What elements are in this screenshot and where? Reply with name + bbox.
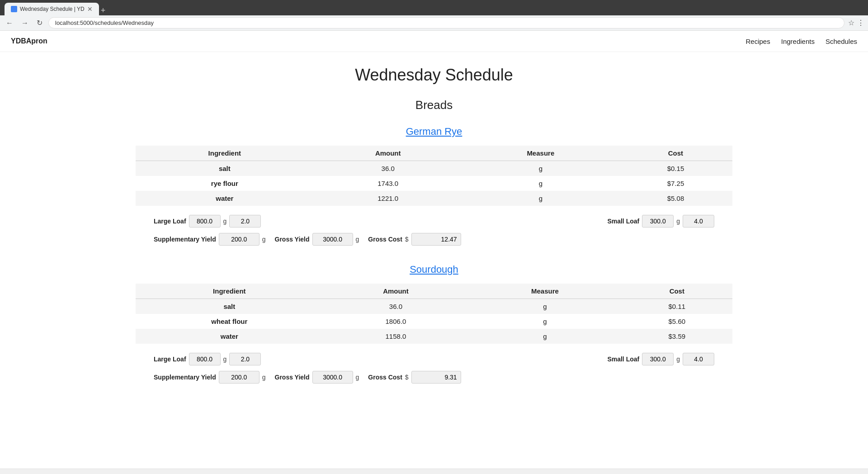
table-row: salt 36.0 g $0.15 [136,161,732,176]
gross-yield-input[interactable] [312,233,353,246]
gross-cost-input-sourdough[interactable] [411,371,461,384]
supplementary-yield-label: Supplementary Yield [154,236,216,243]
ingredient-cost: $5.60 [622,314,732,329]
small-loaf-group-sourdough: Small Loaf g [607,353,714,365]
small-loaf-group: Small Loaf g [607,215,714,228]
col-header-measure-1: Measure [468,284,621,299]
new-tab-button[interactable]: + [101,6,106,15]
loaf-row-german-rye: Large Loaf g Small Loaf g [136,215,732,228]
large-loaf-count-input-sourdough[interactable] [229,353,261,365]
gross-cost-currency-sourdough: $ [405,374,409,381]
large-loaf-label-sourdough: Large Loaf [154,356,186,363]
ingredient-amount: 1806.0 [323,314,469,329]
address-bar-row: ← → ↻ localhost:5000/schedules/Wednesday… [0,15,868,31]
recipe-title-sourdough[interactable]: Sourdough [136,264,732,275]
page-title: Wednesday Schedule [136,66,732,85]
recipe-block-german-rye: German Rye Ingredient Amount Measure Cos… [136,126,732,246]
supplementary-yield-group: Supplementary Yield g [154,233,266,246]
nav-link-recipes[interactable]: Recipes [746,38,770,45]
gross-yield-input-sourdough[interactable] [312,371,353,384]
supplementary-yield-input-sourdough[interactable] [219,371,259,384]
recipe-title-german-rye[interactable]: German Rye [136,126,732,137]
table-row: salt 36.0 g $0.11 [136,299,732,314]
gross-cost-input[interactable] [411,233,461,246]
ingredient-amount: 1221.0 [314,191,462,206]
large-loaf-unit-sourdough: g [223,356,227,363]
nav-link-ingredients[interactable]: Ingredients [781,38,815,45]
tab-favicon [11,6,17,12]
forward-button[interactable]: → [19,18,31,28]
gross-yield-group-sourdough: Gross Yield g [275,371,359,384]
small-loaf-unit-sourdough: g [676,356,680,363]
small-loaf-weight-input[interactable] [642,215,674,228]
tab-close-button[interactable]: ✕ [87,5,93,13]
supplementary-yield-label-sourdough: Supplementary Yield [154,374,216,381]
ingredient-name: wheat flour [136,314,323,329]
url-text: localhost:5000/schedules/Wednesday [55,19,154,26]
active-tab[interactable]: Wednesday Schedule | YD ✕ [5,3,99,15]
ingredient-cost: $5.08 [619,191,732,206]
gross-yield-group: Gross Yield g [275,233,359,246]
app-nav: YDBApron Recipes Ingredients Schedules [0,31,868,52]
gross-yield-label-sourdough: Gross Yield [275,374,310,381]
yield-row-german-rye: Supplementary Yield g Gross Yield g Gros… [136,233,732,246]
supplementary-yield-input[interactable] [219,233,259,246]
ingredient-amount: 1158.0 [323,329,469,344]
ingredient-name: rye flour [136,176,314,191]
bookmark-icon[interactable]: ☆ [848,19,854,27]
back-button[interactable]: ← [4,18,15,28]
ingredient-measure: g [462,161,619,176]
reload-button[interactable]: ↻ [34,18,45,28]
main-content: Wednesday Schedule Breads German Rye Ing… [118,52,750,415]
loaf-row-sourdough: Large Loaf g Small Loaf g [136,353,732,365]
gross-cost-label: Gross Cost [368,236,402,243]
recipe-block-sourdough: Sourdough Ingredient Amount Measure Cost… [136,264,732,384]
address-bar[interactable]: localhost:5000/schedules/Wednesday [48,17,844,28]
ingredient-measure: g [462,176,619,191]
ingredient-measure: g [468,314,621,329]
table-row: rye flour 1743.0 g $7.25 [136,176,732,191]
col-header-cost-0: Cost [619,146,732,161]
table-row: water 1158.0 g $3.59 [136,329,732,344]
large-loaf-count-input[interactable] [229,215,261,228]
ingredient-name: salt [136,161,314,176]
small-loaf-label-sourdough: Small Loaf [607,356,639,363]
app-brand[interactable]: YDBApron [11,37,47,45]
large-loaf-label: Large Loaf [154,218,186,225]
nav-link-schedules[interactable]: Schedules [826,38,857,45]
ingredient-measure: g [468,299,621,314]
ingredients-table-german-rye: Ingredient Amount Measure Cost salt 36.0… [136,146,732,206]
ingredient-measure: g [468,329,621,344]
gross-cost-label-sourdough: Gross Cost [368,374,402,381]
large-loaf-weight-input[interactable] [189,215,221,228]
ingredients-table-sourdough: Ingredient Amount Measure Cost salt 36.0… [136,284,732,344]
large-loaf-unit: g [223,218,227,225]
small-loaf-weight-input-sourdough[interactable] [642,353,674,365]
ingredient-amount: 36.0 [323,299,469,314]
small-loaf-unit: g [676,218,680,225]
gross-yield-unit-sourdough: g [356,374,359,381]
ingredient-cost: $3.59 [622,329,732,344]
tab-title: Wednesday Schedule | YD [20,6,85,12]
large-loaf-weight-input-sourdough[interactable] [189,353,221,365]
ingredient-name: water [136,329,323,344]
table-row: wheat flour 1806.0 g $5.60 [136,314,732,329]
ingredient-amount: 36.0 [314,161,462,176]
col-header-ingredient-0: Ingredient [136,146,314,161]
gross-yield-unit: g [356,236,359,243]
col-header-amount-0: Amount [314,146,462,161]
ingredient-name: water [136,191,314,206]
section-title: Breads [136,98,732,112]
ingredient-cost: $7.25 [619,176,732,191]
supplementary-yield-unit-sourdough: g [262,374,266,381]
gross-cost-currency: $ [405,236,409,243]
table-row: water 1221.0 g $5.08 [136,191,732,206]
ingredient-name: salt [136,299,323,314]
ingredient-amount: 1743.0 [314,176,462,191]
nav-links: Recipes Ingredients Schedules [746,38,857,45]
menu-icon[interactable]: ⋮ [857,19,864,27]
small-loaf-count-input[interactable] [683,215,714,228]
tab-bar: Wednesday Schedule | YD ✕ + [5,3,105,15]
small-loaf-count-input-sourdough[interactable] [683,353,714,365]
supplementary-yield-group-sourdough: Supplementary Yield g [154,371,266,384]
